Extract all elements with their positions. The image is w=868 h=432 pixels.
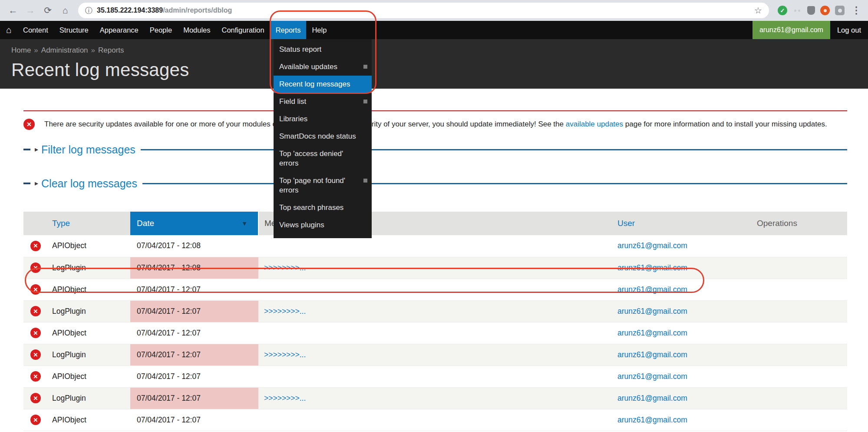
filter-fieldset-toggle[interactable]: ▸Filter log messages	[34, 143, 141, 156]
toolbar-item-reports[interactable]: Reports	[270, 21, 307, 39]
sort-by-date-header[interactable]: Date▼	[130, 212, 258, 235]
menu-item-libraries[interactable]: Libraries	[274, 110, 372, 128]
log-user-link[interactable]: arunz61@gmail.com	[617, 263, 687, 272]
table-row: ✕ LogPlugin 07/04/2017 - 12:07 >>>>>>>>.…	[23, 387, 847, 409]
log-date: 07/04/2017 - 12:08	[130, 257, 258, 279]
error-x-glyph: ✕	[33, 395, 38, 402]
menu-item-label: Status report	[279, 45, 321, 53]
menu-item-recent-log-messages[interactable]: Recent log messages	[274, 76, 372, 93]
clear-fieldset-toggle[interactable]: ▸Clear log messages	[34, 177, 142, 190]
menu-item-views-plugins[interactable]: Views plugins	[274, 216, 372, 234]
toolbar-item-help[interactable]: Help	[306, 21, 332, 39]
extension-dim-icon[interactable]	[792, 6, 802, 15]
log-message-link[interactable]: >>>>>>>>...	[264, 394, 306, 402]
menu-item-top-access-denied[interactable]: Top 'access denied' errors	[274, 145, 372, 172]
browser-home-icon[interactable]: ⌂	[57, 3, 73, 18]
error-x-glyph: ✕	[33, 330, 38, 336]
error-icon: ✕	[30, 393, 41, 403]
logout-link[interactable]: Log out	[830, 21, 868, 39]
toolbar-item-appearance[interactable]: Appearance	[94, 21, 144, 39]
sort-by-user-link[interactable]: User	[617, 219, 635, 228]
error-icon: ✕	[30, 263, 41, 273]
menu-item-smartdocs-node-status[interactable]: SmartDocs node status	[274, 128, 372, 145]
log-user-link[interactable]: arunz61@gmail.com	[617, 415, 687, 424]
reports-dropdown-menu: Status report Available updates Recent l…	[274, 39, 372, 238]
admin-toolbar: ⌂ Content Structure Appearance People Mo…	[0, 21, 868, 39]
log-user-link[interactable]: arunz61@gmail.com	[617, 285, 687, 294]
page-title: Recent log messages	[11, 60, 868, 80]
bookmark-star-icon[interactable]: ☆	[754, 5, 762, 16]
extension-orange-icon[interactable]	[820, 6, 830, 15]
log-operations	[750, 300, 847, 322]
toolbar-item-configuration[interactable]: Configuration	[216, 21, 270, 39]
header-icon-column	[23, 212, 48, 235]
fieldset-title: Filter log messages	[41, 143, 135, 156]
menu-item-indicator	[363, 179, 367, 183]
account-badge[interactable]: arunz61@gmail.com	[752, 21, 830, 39]
sort-by-type-link[interactable]: Type	[52, 219, 70, 228]
menu-item-indicator	[363, 100, 367, 103]
log-user-link[interactable]: arunz61@gmail.com	[617, 372, 687, 381]
error-icon: ✕	[30, 371, 41, 382]
collapsed-arrow-icon: ▸	[35, 143, 38, 156]
error-icon: ✕	[30, 306, 41, 316]
page-info-icon[interactable]: ⓘ	[85, 6, 92, 16]
back-icon[interactable]: ←	[5, 3, 21, 18]
log-message-link[interactable]: >>>>>>>>...	[264, 307, 306, 316]
address-bar[interactable]: ⓘ 35.185.222.194:3389/admin/reports/dblo…	[78, 3, 769, 18]
menu-item-available-updates[interactable]: Available updates	[274, 58, 372, 76]
error-x-glyph: ✕	[33, 417, 38, 423]
error-icon: ✕	[30, 284, 41, 295]
reload-icon[interactable]: ⟳	[40, 3, 56, 18]
log-message-link[interactable]: >>>>>>>>...	[264, 350, 306, 359]
log-user-link[interactable]: arunz61@gmail.com	[617, 241, 687, 250]
header-user: User	[612, 212, 750, 235]
collapsed-arrow-icon: ▸	[35, 177, 38, 190]
breadcrumb-reports[interactable]: Reports	[98, 46, 124, 54]
log-user-link[interactable]: arunz61@gmail.com	[617, 394, 687, 402]
toolbar-item-modules[interactable]: Modules	[178, 21, 216, 39]
menu-item-label: Available updates	[279, 63, 337, 71]
toolbar-item-content[interactable]: Content	[17, 21, 54, 39]
menu-item-top-page-not-found[interactable]: Top 'page not found' errors	[274, 172, 372, 199]
table-row: ✕ APIObject 07/04/2017 - 12:07 arunz61@g…	[23, 409, 847, 431]
available-updates-link[interactable]: available updates	[566, 120, 623, 128]
breadcrumb-separator: »	[34, 46, 38, 54]
log-message-link[interactable]: >>>>>>>>...	[264, 263, 306, 272]
menu-item-status-report[interactable]: Status report	[274, 41, 372, 58]
toolbar-item-structure[interactable]: Structure	[54, 21, 94, 39]
clear-log-messages-fieldset: ▸Clear log messages	[23, 177, 847, 190]
extension-camera-icon[interactable]	[835, 6, 845, 15]
table-row: ✕ LogPlugin 07/04/2017 - 12:07 >>>>>>>>.…	[23, 300, 847, 322]
table-row: ✕ APIObject 07/04/2017 - 12:08 arunz61@g…	[23, 235, 847, 257]
log-user-link[interactable]: arunz61@gmail.com	[617, 307, 687, 316]
table-row: ✕ APIObject 07/04/2017 - 12:07 arunz61@g…	[23, 279, 847, 300]
log-type: APIObject	[48, 409, 130, 431]
toolbar-item-people[interactable]: People	[144, 21, 178, 39]
error-x-glyph: ✕	[33, 286, 38, 293]
breadcrumb-administration[interactable]: Administration	[41, 46, 88, 54]
error-icon: ✕	[30, 241, 41, 251]
error-icon: ✕	[23, 119, 35, 130]
log-user-link[interactable]: arunz61@gmail.com	[617, 350, 687, 359]
browser-chrome: ← → ⟳ ⌂ ⓘ 35.185.222.194:3389/admin/repo…	[0, 0, 868, 21]
error-icon: ✕	[30, 349, 41, 360]
menu-item-label: Top 'access denied' errors	[279, 150, 343, 167]
fieldset-edge-dash	[23, 149, 30, 150]
log-user-link[interactable]: arunz61@gmail.com	[617, 329, 687, 337]
menu-item-field-list[interactable]: Field list	[274, 93, 372, 110]
admin-home-icon[interactable]: ⌂	[0, 21, 17, 39]
log-operations	[750, 257, 847, 279]
table-row: ✕ LogPlugin 07/04/2017 - 12:07 >>>>>>>>.…	[23, 344, 847, 366]
browser-menu-icon[interactable]: ⋮	[850, 5, 863, 16]
log-type: LogPlugin	[48, 344, 130, 366]
extension-shield-icon[interactable]	[807, 6, 815, 15]
menu-item-top-search-phrases[interactable]: Top search phrases	[274, 199, 372, 216]
breadcrumb-home[interactable]: Home	[11, 46, 31, 54]
check-glyph: ✓	[780, 7, 785, 14]
fieldset-edge-dash	[23, 183, 30, 184]
extension-check-icon[interactable]: ✓	[778, 6, 787, 15]
menu-item-label: Top 'page not found' errors	[279, 176, 345, 194]
log-type: LogPlugin	[48, 257, 130, 279]
forward-icon[interactable]: →	[23, 3, 38, 18]
